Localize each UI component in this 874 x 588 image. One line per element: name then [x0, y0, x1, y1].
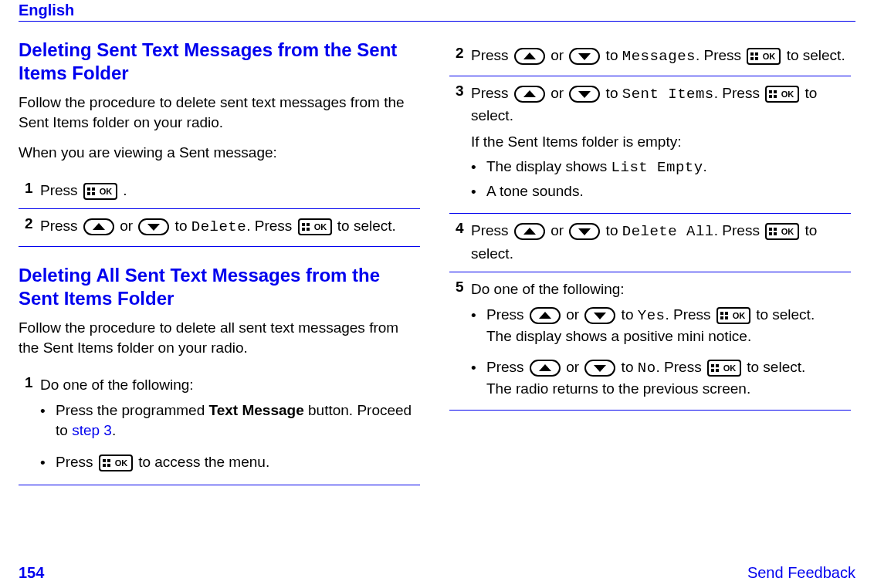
bullet-text: The radio returns to the previous screen… [486, 380, 750, 397]
section-b-intro: Follow the procedure to delete all sent … [19, 318, 420, 357]
bullet-dot: • [40, 400, 56, 422]
bullet-text: to [622, 306, 638, 323]
header-language: English [19, 0, 855, 22]
step-subtext: If the Sent Items folder is empty: [471, 131, 848, 153]
display-text: List Empty [611, 159, 703, 176]
step-text: Press [471, 47, 513, 63]
bullet-text: . [112, 422, 116, 438]
step-text: to select. [337, 218, 396, 234]
section-a-intro: Follow the procedure to delete sent text… [19, 93, 420, 132]
up-key-icon [530, 307, 561, 324]
send-feedback-link[interactable]: Send Feedback [747, 564, 855, 582]
step-number: 2 [19, 215, 40, 232]
step-text: . [123, 182, 127, 198]
step-text: Press [471, 222, 513, 238]
ok-key-icon [747, 48, 781, 65]
step-text: Press [40, 182, 82, 198]
section-a-title: Deleting Sent Text Messages from the Sen… [19, 39, 420, 85]
step-text: . Press [714, 222, 764, 238]
section-b-title: Deleting All Sent Text Messages from the… [19, 264, 420, 310]
step-number: 5 [449, 279, 471, 296]
step-text: or [550, 47, 567, 63]
section-a-step-1: 1 Press . [19, 174, 420, 210]
step-number: 1 [19, 374, 40, 391]
bullet-text: to select. [747, 359, 805, 375]
menu-target: Yes [638, 307, 666, 324]
up-key-icon [514, 223, 545, 240]
step-text: Press [471, 85, 513, 101]
ok-key-icon [716, 307, 750, 324]
bullet-dot: • [471, 305, 486, 326]
ok-key-icon [707, 360, 741, 377]
step-text: to [606, 47, 622, 63]
bullet-text: Press [56, 454, 97, 470]
bullet-text: to access the menu. [138, 454, 269, 470]
bullet-text: A tone sounds. [486, 181, 848, 202]
step-text: Do one of the following: [40, 374, 417, 396]
down-key-icon [569, 48, 600, 65]
ok-key-icon [765, 86, 799, 103]
down-key-icon [584, 360, 615, 377]
text-message-button-label: Text Message [209, 402, 304, 418]
menu-target: No [638, 360, 656, 377]
bullet-dot: • [471, 357, 486, 379]
down-key-icon [138, 218, 169, 235]
step-text: or [120, 218, 137, 234]
up-key-icon [514, 48, 545, 65]
step-3-link[interactable]: step 3 [72, 422, 112, 438]
ok-key-icon [99, 455, 133, 471]
up-key-icon [514, 86, 545, 103]
section-b-step-4: 4 Press or to Delete All. Press to selec… [449, 214, 851, 272]
up-key-icon [530, 360, 561, 377]
bullet-text: The display shows [486, 158, 611, 174]
ok-key-icon [765, 223, 799, 240]
page-number: 154 [19, 564, 44, 582]
step-text: to [606, 222, 622, 238]
section-b-step-1: 1 Do one of the following: • Press the p… [19, 368, 420, 485]
menu-target: Messages [622, 48, 696, 65]
bullet-item: • Press or to No. Press to se [471, 357, 848, 399]
step-text: to select. [787, 47, 845, 63]
step-text: . Press [714, 85, 764, 101]
down-key-icon [584, 307, 615, 324]
ok-key-icon [83, 183, 117, 200]
bullet-text: Press the programmed [56, 402, 209, 418]
bullet-item: • Press or to Yes. Press to s [471, 305, 848, 346]
bullet-text: . [703, 158, 707, 174]
step-text: or [550, 222, 567, 238]
left-column: Deleting Sent Text Messages from the Sen… [19, 39, 420, 502]
bullet-text: Press [486, 359, 528, 375]
step-text: . Press [246, 218, 296, 234]
bullet-text: to [622, 359, 638, 375]
bullet-text: to select. [756, 306, 815, 323]
bullet-dot: • [471, 157, 486, 178]
bullet-text: . Press [656, 359, 706, 375]
bullet-dot: • [471, 181, 486, 203]
menu-target: Sent Items [622, 86, 714, 103]
step-number: 1 [19, 180, 40, 197]
step-text: Press [40, 218, 82, 234]
step-text: Do one of the following: [471, 279, 848, 300]
section-b-step-2: 2 Press or to Messages. Press to select. [449, 39, 851, 76]
step-number: 3 [449, 83, 471, 100]
step-number: 4 [449, 220, 471, 237]
bullet-text: . Press [665, 306, 714, 323]
bullet-dot: • [40, 452, 56, 474]
section-a-step-2: 2 Press or to Delete. Press to select. [19, 209, 420, 247]
bullet-text: The display shows a positive mini notice… [486, 328, 751, 344]
down-key-icon [569, 223, 600, 240]
bullet-item: • The display shows List Empty. [471, 157, 848, 178]
step-number: 2 [449, 45, 471, 62]
menu-target: Delete [191, 218, 246, 235]
step-text: to [606, 85, 622, 101]
step-text: . Press [696, 47, 745, 63]
step-text: or [550, 85, 567, 101]
bullet-item: • Press to access the menu. [40, 452, 417, 474]
section-b-step-5: 5 Do one of the following: • Press or [449, 272, 851, 411]
section-a-preface: When you are viewing a Sent message: [19, 143, 420, 163]
up-key-icon [83, 218, 114, 235]
menu-target: Delete All [622, 223, 714, 240]
step-text: to [175, 218, 191, 234]
bullet-text: or [566, 359, 583, 375]
bullet-text: or [566, 306, 583, 323]
